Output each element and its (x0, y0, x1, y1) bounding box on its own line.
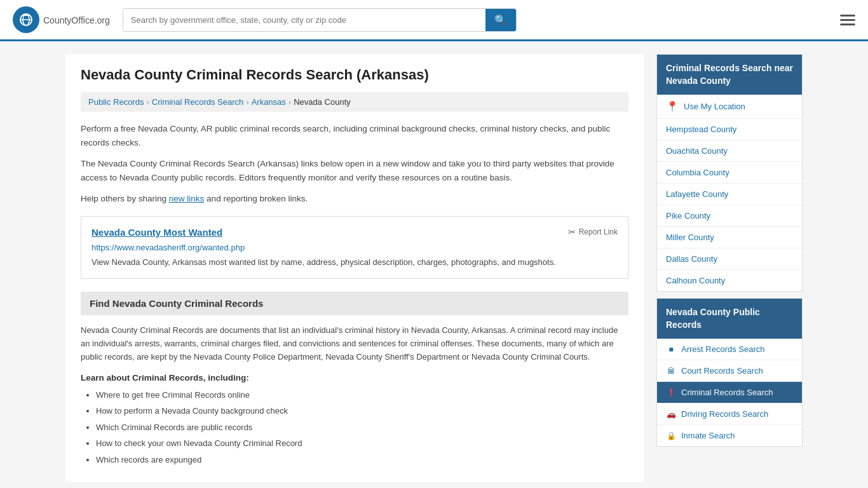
breadcrumb: Public Records › Criminal Records Search… (81, 92, 628, 112)
resource-header: Nevada County Most Wanted ✂ Report Link (92, 227, 618, 238)
arrest-records-icon: ■ (666, 345, 676, 354)
intro-p1: Perform a free Nevada County, AR public … (81, 122, 628, 149)
menu-button[interactable] (840, 15, 855, 25)
nearby-county-7[interactable]: Calhoun County (657, 270, 802, 291)
list-item: Where to get free Criminal Records onlin… (96, 389, 628, 402)
menu-icon-line2 (840, 19, 855, 21)
nearby-section: Criminal Records Search near Nevada Coun… (656, 54, 803, 292)
sidebar-court-records[interactable]: 🏛 Court Records Search (657, 360, 802, 382)
breadcrumb-sep-1: › (146, 97, 149, 107)
nearby-county-3[interactable]: Lafayette County (657, 184, 802, 205)
use-my-location[interactable]: 📍 Use My Location (657, 95, 802, 119)
resource-desc: View Nevada County, Arkansas most wanted… (92, 256, 618, 269)
search-input[interactable] (123, 9, 485, 31)
breadcrumb-public-records[interactable]: Public Records (88, 97, 144, 107)
find-section-header: Find Nevada County Criminal Records (81, 292, 628, 315)
breadcrumb-sep-2: › (246, 97, 248, 107)
use-my-location-link[interactable]: Use My Location (684, 102, 745, 111)
logo-icon (13, 6, 39, 33)
nearby-county-6[interactable]: Dallas County (657, 248, 802, 270)
sidebar-criminal-records[interactable]: ❗ Criminal Records Search (657, 382, 802, 403)
logo[interactable]: CountyOffice.org (13, 6, 110, 33)
list-item: Which Criminal Records are public record… (96, 421, 628, 434)
main-content: Nevada County Criminal Records Search (A… (53, 41, 815, 488)
content-area: Nevada County Criminal Records Search (A… (65, 54, 644, 482)
search-button[interactable]: 🔍 (485, 9, 516, 31)
sidebar-driving-records[interactable]: 🚗 Driving Records Search (657, 403, 802, 425)
intro-p3-suffix: and reporting broken links. (204, 194, 308, 203)
resource-card: Nevada County Most Wanted ✂ Report Link … (81, 216, 628, 280)
criminal-records-icon: ❗ (666, 388, 676, 397)
nearby-county-4[interactable]: Pike County (657, 205, 802, 227)
report-link-button[interactable]: ✂ Report Link (568, 227, 618, 237)
resource-url[interactable]: https://www.nevadasheriff.org/wanted.php (92, 243, 618, 252)
report-icon: ✂ (568, 227, 576, 237)
public-records-section: Nevada County Public Records ■ Arrest Re… (656, 298, 803, 447)
sidebar-arrest-records[interactable]: ■ Arrest Records Search (657, 339, 802, 360)
intro-p3: Help others by sharing new links and rep… (81, 192, 628, 206)
nearby-county-2[interactable]: Columbia County (657, 162, 802, 184)
list-item: How to check your own Nevada County Crim… (96, 437, 628, 450)
learn-heading: Learn about Criminal Records, including: (81, 373, 628, 383)
public-records-header: Nevada County Public Records (657, 299, 802, 339)
nearby-county-0[interactable]: Hempstead County (657, 119, 802, 140)
inmate-search-icon: 🔒 (666, 431, 676, 440)
nearby-county-5[interactable]: Miller County (657, 227, 802, 248)
new-links-link[interactable]: new links (169, 194, 205, 203)
nearby-header: Criminal Records Search near Nevada Coun… (657, 55, 802, 95)
logo-text: CountyOffice.org (43, 13, 110, 27)
resource-title[interactable]: Nevada County Most Wanted (92, 227, 222, 238)
breadcrumb-current: Nevada County (294, 97, 351, 107)
page-title: Nevada County Criminal Records Search (A… (81, 67, 628, 83)
driving-records-icon: 🚗 (666, 410, 676, 419)
report-link-label: Report Link (579, 227, 618, 236)
learn-list: Where to get free Criminal Records onlin… (81, 389, 628, 466)
breadcrumb-sep-3: › (288, 97, 291, 107)
court-records-icon: 🏛 (666, 367, 676, 376)
list-item: Which records are expunged (96, 454, 628, 466)
intro-p2: The Nevada County Criminal Records Searc… (81, 157, 628, 184)
sidebar-inmate-search[interactable]: 🔒 Inmate Search (657, 425, 802, 446)
intro-p3-prefix: Help others by sharing (81, 194, 169, 203)
breadcrumb-arkansas[interactable]: Arkansas (252, 97, 286, 107)
menu-icon-line1 (840, 15, 855, 17)
menu-icon-line3 (840, 24, 855, 25)
location-icon: 📍 (666, 100, 679, 112)
find-section-desc: Nevada County Criminal Records are docum… (81, 324, 628, 363)
list-item: How to perform a Nevada County backgroun… (96, 405, 628, 417)
nearby-county-1[interactable]: Ouachita County (657, 140, 802, 162)
search-bar: 🔍 (123, 8, 517, 32)
site-header: CountyOffice.org 🔍 (0, 0, 868, 41)
sidebar: Criminal Records Search near Nevada Coun… (656, 54, 803, 482)
breadcrumb-criminal-records[interactable]: Criminal Records Search (152, 97, 244, 107)
